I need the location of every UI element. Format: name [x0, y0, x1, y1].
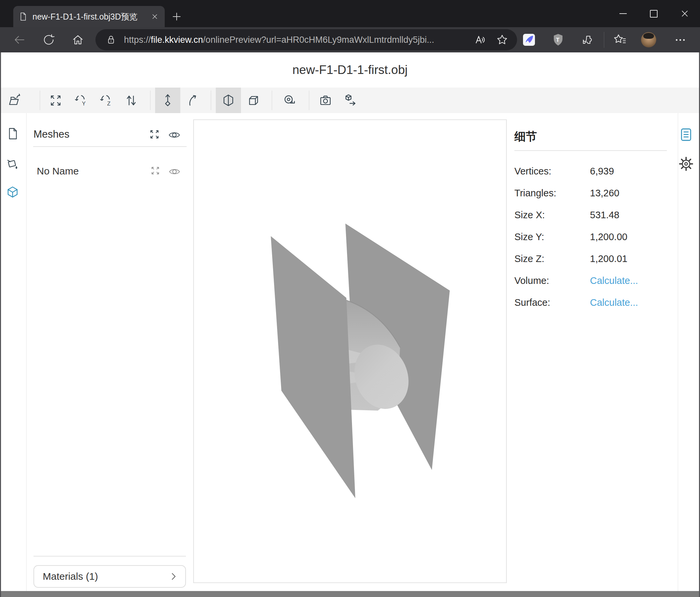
fit-mesh-icon[interactable]	[150, 166, 160, 177]
fit-meshes-icon[interactable]	[149, 129, 160, 140]
svg-text:Z: Z	[107, 100, 110, 106]
details-panel-icon[interactable]	[678, 127, 694, 142]
size-x-value: 531.48	[590, 210, 620, 220]
materials-button-label: Materials (1)	[43, 571, 98, 582]
up-vector-z-button[interactable]: Z	[94, 88, 119, 113]
more-menu-icon[interactable]	[673, 33, 688, 46]
panel-divider	[678, 113, 678, 591]
detail-row: Triangles:13,260	[515, 182, 667, 204]
details-panel-title: 细节	[515, 129, 537, 144]
up-vector-y-button[interactable]: Y	[68, 88, 94, 113]
details-table: Vertices:6,939 Triangles:13,260 Size X:5…	[515, 160, 667, 313]
open-file-button[interactable]	[2, 88, 27, 113]
model-scene	[194, 120, 506, 582]
profile-avatar[interactable]	[641, 32, 656, 47]
toolbar-divider	[272, 91, 272, 110]
materials-panel-icon[interactable]	[6, 157, 20, 171]
detail-row: Size Y:1,200.00	[515, 226, 667, 248]
bounding-box-button[interactable]	[241, 88, 266, 113]
export-model-button[interactable]	[338, 88, 363, 113]
navigation-free-orbit-button[interactable]	[180, 88, 205, 113]
mesh-visibility-eye-icon[interactable]	[168, 166, 181, 177]
window-close-button[interactable]	[669, 0, 700, 27]
panel-divider	[33, 146, 186, 147]
preview-page: new-F1-D1-1-first.obj Y Z	[0, 52, 700, 591]
size-y-value: 1,200.00	[590, 232, 627, 242]
home-icon[interactable]	[72, 33, 84, 46]
meshes-panel-title: Meshes	[33, 128, 70, 140]
url-text: https://file.kkview.cn/onlinePreview?url…	[124, 35, 434, 45]
url-host: file.kkview.cn	[151, 35, 203, 45]
size-z-value: 1,200.01	[590, 254, 627, 264]
measure-button[interactable]	[277, 88, 302, 113]
extensions-puzzle-icon[interactable]	[581, 33, 594, 46]
triangles-value: 13,260	[590, 188, 620, 199]
mesh-name: No Name	[37, 166, 79, 177]
viewer-toolbar: Y Z	[0, 88, 700, 113]
tab-title: new-F1-D1-1-first.obj3D预览	[32, 11, 138, 22]
panel-divider	[515, 150, 667, 151]
detail-row: Size Z:1,200.01	[515, 248, 667, 270]
svg-text:T: T	[556, 37, 560, 43]
left-plane	[271, 236, 355, 498]
navigation-fixed-up-button[interactable]	[155, 88, 180, 113]
favorite-star-icon[interactable]	[496, 33, 508, 46]
browser-tab[interactable]: new-F1-D1-1-first.obj3D预览	[13, 6, 165, 27]
meshes-panel-header: Meshes	[33, 126, 186, 142]
tab-close-icon[interactable]	[151, 13, 159, 21]
window-minimize-button[interactable]	[607, 0, 639, 27]
materials-button[interactable]: Materials (1)	[33, 565, 186, 588]
browser-window: new-F1-D1-1-first.obj3D预览 https://file.k…	[0, 0, 700, 597]
tampermonkey-shield-icon[interactable]: T	[551, 33, 565, 46]
window-bottom-edge	[0, 591, 700, 597]
refresh-icon[interactable]	[43, 33, 55, 46]
extension-blue-icon[interactable]	[522, 33, 535, 46]
window-maximize-button[interactable]	[639, 0, 669, 27]
detail-row: Size X:531.48	[515, 204, 667, 226]
settings-gear-icon[interactable]	[678, 156, 694, 172]
window-left-edge	[0, 52, 1, 597]
volume-calculate-link[interactable]: Calculate...	[590, 275, 638, 286]
panel-divider	[33, 556, 186, 556]
flip-up-vector-button[interactable]	[119, 88, 144, 113]
detail-row: Vertices:6,939	[515, 160, 667, 182]
back-icon[interactable]	[13, 33, 26, 46]
viewer-main: Meshes No Name	[0, 113, 700, 591]
snapshot-button[interactable]	[313, 88, 338, 113]
titlebar: new-F1-D1-1-first.obj3D预览	[0, 0, 700, 27]
new-tab-button[interactable]	[171, 10, 183, 23]
svg-text:Y: Y	[82, 100, 85, 106]
fit-to-window-button[interactable]	[43, 88, 68, 113]
read-aloud-icon[interactable]	[474, 33, 486, 46]
vertices-value: 6,939	[590, 166, 614, 177]
toolbar-divider	[604, 32, 604, 48]
toolbar-divider	[40, 91, 40, 110]
page-favicon-icon	[19, 12, 28, 21]
toolbar-divider	[211, 91, 211, 110]
collections-star-icon[interactable]	[613, 33, 626, 46]
url-path: /onlinePreview?url=aHR0cHM6Ly9maWxlLmtrd…	[203, 35, 434, 45]
meshes-panel-icon[interactable]	[6, 185, 20, 199]
visibility-eye-icon[interactable]	[168, 129, 181, 140]
toolbar-divider	[150, 91, 150, 110]
url-scheme: https://	[124, 35, 151, 45]
detail-row: Volume:Calculate...	[515, 270, 667, 291]
toolbar-divider	[309, 91, 309, 110]
shading-mode-button[interactable]	[216, 88, 241, 113]
file-panel-icon[interactable]	[6, 127, 20, 141]
lock-icon[interactable]	[105, 34, 117, 45]
mesh-list-item[interactable]: No Name	[37, 164, 186, 179]
address-bar[interactable]: https://file.kkview.cn/onlinePreview?url…	[96, 29, 517, 50]
detail-row: Surface:Calculate...	[515, 291, 667, 313]
chevron-right-icon	[169, 571, 179, 581]
model-file-title: new-F1-D1-1-first.obj	[0, 63, 700, 77]
browser-toolbar: https://file.kkview.cn/onlinePreview?url…	[0, 27, 700, 52]
viewport-3d[interactable]	[193, 119, 507, 583]
surface-calculate-link[interactable]: Calculate...	[590, 297, 638, 308]
